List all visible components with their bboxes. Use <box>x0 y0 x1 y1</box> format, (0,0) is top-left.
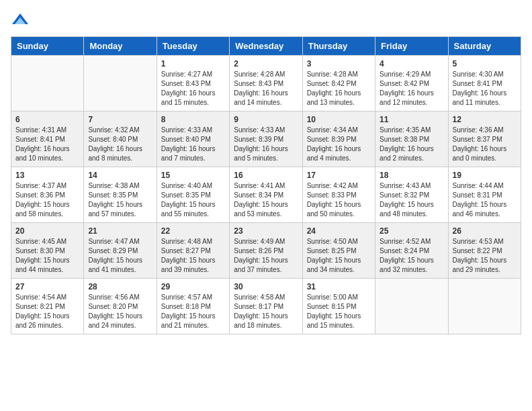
calendar-header-thursday: Thursday <box>302 37 375 56</box>
day-info: Sunrise: 4:41 AMSunset: 8:34 PMDaylight:… <box>234 181 298 219</box>
calendar-cell: 21Sunrise: 4:47 AMSunset: 8:29 PMDayligh… <box>84 223 157 279</box>
day-info: Sunrise: 4:43 AMSunset: 8:32 PMDaylight:… <box>380 181 443 219</box>
calendar-cell: 25Sunrise: 4:52 AMSunset: 8:24 PMDayligh… <box>375 223 448 279</box>
day-info: Sunrise: 4:37 AMSunset: 8:36 PMDaylight:… <box>15 181 79 219</box>
day-number: 26 <box>453 226 517 236</box>
day-info: Sunrise: 4:30 AMSunset: 8:41 PMDaylight:… <box>453 70 517 107</box>
calendar-header-saturday: Saturday <box>448 37 521 56</box>
day-number: 3 <box>307 59 371 68</box>
day-number: 14 <box>88 171 152 180</box>
day-info: Sunrise: 4:54 AMSunset: 8:21 PMDaylight:… <box>15 293 79 330</box>
day-info: Sunrise: 4:38 AMSunset: 8:35 PMDaylight:… <box>88 181 152 219</box>
day-number: 18 <box>380 171 443 180</box>
day-info: Sunrise: 4:28 AMSunset: 8:43 PMDaylight:… <box>234 70 298 107</box>
day-number: 5 <box>453 59 517 68</box>
day-number: 16 <box>234 171 298 180</box>
calendar-header-row: SundayMondayTuesdayWednesdayThursdayFrid… <box>11 37 521 56</box>
day-number: 11 <box>380 115 443 124</box>
calendar-cell: 12Sunrise: 4:36 AMSunset: 8:37 PMDayligh… <box>448 111 521 167</box>
day-number: 21 <box>88 226 152 236</box>
page-header <box>11 11 521 30</box>
calendar-header-friday: Friday <box>375 37 448 56</box>
day-info: Sunrise: 4:28 AMSunset: 8:42 PMDaylight:… <box>307 70 371 107</box>
calendar-cell: 22Sunrise: 4:48 AMSunset: 8:27 PMDayligh… <box>157 223 229 279</box>
day-info: Sunrise: 4:27 AMSunset: 8:43 PMDaylight:… <box>161 70 225 107</box>
calendar-cell: 16Sunrise: 4:41 AMSunset: 8:34 PMDayligh… <box>230 167 302 223</box>
day-info: Sunrise: 4:57 AMSunset: 8:18 PMDaylight:… <box>161 293 225 330</box>
calendar-week-row-5: 27Sunrise: 4:54 AMSunset: 8:21 PMDayligh… <box>11 279 521 334</box>
calendar-cell <box>84 56 157 111</box>
calendar-cell: 26Sunrise: 4:53 AMSunset: 8:22 PMDayligh… <box>448 223 521 279</box>
calendar-cell <box>448 279 521 334</box>
calendar-cell: 1Sunrise: 4:27 AMSunset: 8:43 PMDaylight… <box>157 56 229 111</box>
calendar-cell: 23Sunrise: 4:49 AMSunset: 8:26 PMDayligh… <box>230 223 302 279</box>
day-info: Sunrise: 4:56 AMSunset: 8:20 PMDaylight:… <box>88 293 152 330</box>
day-info: Sunrise: 4:32 AMSunset: 8:40 PMDaylight:… <box>88 126 152 163</box>
calendar-table: SundayMondayTuesdayWednesdayThursdayFrid… <box>11 36 521 334</box>
calendar-cell: 30Sunrise: 4:58 AMSunset: 8:17 PMDayligh… <box>230 279 302 334</box>
day-number: 13 <box>15 171 79 180</box>
day-number: 12 <box>453 115 517 124</box>
calendar-cell: 19Sunrise: 4:44 AMSunset: 8:31 PMDayligh… <box>448 167 521 223</box>
calendar-cell: 20Sunrise: 4:45 AMSunset: 8:30 PMDayligh… <box>11 223 84 279</box>
day-info: Sunrise: 4:52 AMSunset: 8:24 PMDaylight:… <box>380 237 443 275</box>
day-number: 20 <box>15 226 79 236</box>
day-info: Sunrise: 4:29 AMSunset: 8:42 PMDaylight:… <box>380 70 443 107</box>
calendar-cell: 11Sunrise: 4:35 AMSunset: 8:38 PMDayligh… <box>375 111 448 167</box>
day-info: Sunrise: 4:45 AMSunset: 8:30 PMDaylight:… <box>15 237 79 275</box>
calendar-cell: 2Sunrise: 4:28 AMSunset: 8:43 PMDaylight… <box>230 56 302 111</box>
calendar-cell <box>375 279 448 334</box>
day-info: Sunrise: 4:48 AMSunset: 8:27 PMDaylight:… <box>161 237 225 275</box>
day-number: 8 <box>161 115 225 124</box>
day-number: 9 <box>234 115 298 124</box>
day-number: 25 <box>380 226 443 236</box>
calendar-header-sunday: Sunday <box>11 37 84 56</box>
calendar-cell: 7Sunrise: 4:32 AMSunset: 8:40 PMDaylight… <box>84 111 157 167</box>
calendar-header-wednesday: Wednesday <box>230 37 302 56</box>
calendar-cell: 13Sunrise: 4:37 AMSunset: 8:36 PMDayligh… <box>11 167 84 223</box>
day-number: 6 <box>15 115 79 124</box>
calendar-cell: 28Sunrise: 4:56 AMSunset: 8:20 PMDayligh… <box>84 279 157 334</box>
day-number: 24 <box>307 226 371 236</box>
calendar-cell: 31Sunrise: 5:00 AMSunset: 8:15 PMDayligh… <box>302 279 375 334</box>
day-number: 30 <box>234 282 298 291</box>
calendar-cell: 24Sunrise: 4:50 AMSunset: 8:25 PMDayligh… <box>302 223 375 279</box>
day-number: 2 <box>234 59 298 68</box>
day-number: 19 <box>453 171 517 180</box>
calendar-cell: 17Sunrise: 4:42 AMSunset: 8:33 PMDayligh… <box>302 167 375 223</box>
calendar-header-monday: Monday <box>84 37 157 56</box>
calendar-cell: 8Sunrise: 4:33 AMSunset: 8:40 PMDaylight… <box>157 111 229 167</box>
day-number: 22 <box>161 226 225 236</box>
logo <box>11 11 32 30</box>
day-info: Sunrise: 5:00 AMSunset: 8:15 PMDaylight:… <box>307 293 371 330</box>
calendar-cell: 10Sunrise: 4:34 AMSunset: 8:39 PMDayligh… <box>302 111 375 167</box>
day-number: 17 <box>307 171 371 180</box>
day-info: Sunrise: 4:34 AMSunset: 8:39 PMDaylight:… <box>307 126 371 163</box>
calendar-cell: 4Sunrise: 4:29 AMSunset: 8:42 PMDaylight… <box>375 56 448 111</box>
day-number: 1 <box>161 59 225 68</box>
day-number: 15 <box>161 171 225 180</box>
calendar-cell: 14Sunrise: 4:38 AMSunset: 8:35 PMDayligh… <box>84 167 157 223</box>
calendar-week-row-3: 13Sunrise: 4:37 AMSunset: 8:36 PMDayligh… <box>11 167 521 223</box>
day-info: Sunrise: 4:31 AMSunset: 8:41 PMDaylight:… <box>15 126 79 163</box>
day-info: Sunrise: 4:36 AMSunset: 8:37 PMDaylight:… <box>453 126 517 163</box>
day-info: Sunrise: 4:35 AMSunset: 8:38 PMDaylight:… <box>380 126 443 163</box>
day-number: 23 <box>234 226 298 236</box>
calendar-week-row-1: 1Sunrise: 4:27 AMSunset: 8:43 PMDaylight… <box>11 56 521 111</box>
day-info: Sunrise: 4:40 AMSunset: 8:35 PMDaylight:… <box>161 181 225 219</box>
day-info: Sunrise: 4:49 AMSunset: 8:26 PMDaylight:… <box>234 237 298 275</box>
calendar-cell <box>11 56 84 111</box>
calendar-header-tuesday: Tuesday <box>157 37 229 56</box>
day-info: Sunrise: 4:50 AMSunset: 8:25 PMDaylight:… <box>307 237 371 275</box>
day-info: Sunrise: 4:47 AMSunset: 8:29 PMDaylight:… <box>88 237 152 275</box>
calendar-week-row-4: 20Sunrise: 4:45 AMSunset: 8:30 PMDayligh… <box>11 223 521 279</box>
day-number: 7 <box>88 115 152 124</box>
day-number: 27 <box>15 282 79 291</box>
day-info: Sunrise: 4:42 AMSunset: 8:33 PMDaylight:… <box>307 181 371 219</box>
calendar-cell: 9Sunrise: 4:33 AMSunset: 8:39 PMDaylight… <box>230 111 302 167</box>
day-info: Sunrise: 4:33 AMSunset: 8:39 PMDaylight:… <box>234 126 298 163</box>
calendar-week-row-2: 6Sunrise: 4:31 AMSunset: 8:41 PMDaylight… <box>11 111 521 167</box>
day-number: 31 <box>307 282 371 291</box>
calendar-cell: 27Sunrise: 4:54 AMSunset: 8:21 PMDayligh… <box>11 279 84 334</box>
calendar-cell: 5Sunrise: 4:30 AMSunset: 8:41 PMDaylight… <box>448 56 521 111</box>
